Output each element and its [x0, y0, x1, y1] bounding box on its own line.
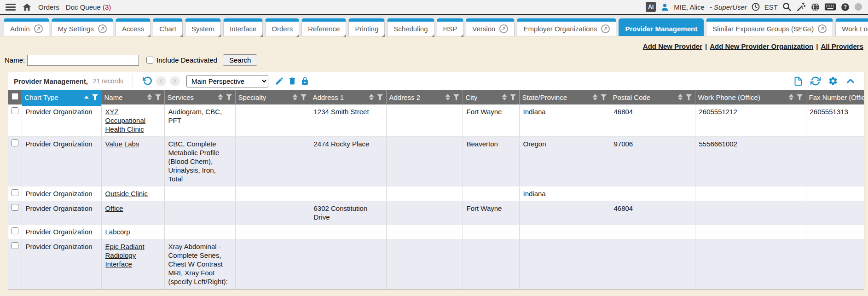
user-name[interactable]: MIE, Alice [674, 3, 705, 11]
refresh-icon[interactable] [810, 76, 821, 86]
ai-badge[interactable]: AI [646, 2, 656, 12]
column-header-city[interactable]: City [463, 90, 519, 104]
column-header-services[interactable]: Services [164, 90, 235, 104]
sort-icon[interactable] [678, 94, 683, 100]
orders-link[interactable]: Orders [38, 3, 59, 11]
tab-reference[interactable]: Reference [301, 18, 346, 36]
row-select-checkbox[interactable] [12, 204, 18, 211]
sort-icon[interactable] [147, 94, 152, 100]
provider-name-link[interactable]: Outside Clinic [105, 190, 148, 197]
column-header-fax-number-office[interactable]: Fax Number (Office) [806, 90, 864, 104]
magic-wand-icon[interactable] [796, 2, 806, 12]
cell-city [463, 186, 519, 201]
name-input[interactable] [27, 55, 139, 66]
row-select-checkbox[interactable] [12, 107, 18, 114]
provider-name-link[interactable]: Epic Radiant Radiology Interface [105, 243, 145, 268]
tab-my-settings[interactable]: My Settings [52, 18, 113, 36]
help-icon[interactable]: ? [840, 2, 850, 12]
sort-icon[interactable] [369, 94, 374, 100]
home-icon[interactable] [22, 2, 32, 12]
next-page-icon[interactable] [170, 76, 180, 86]
sort-icon[interactable] [293, 94, 297, 100]
cell-postal: 46804 [610, 104, 695, 137]
sort-icon[interactable] [593, 94, 597, 100]
include-deactivated-checkbox[interactable] [146, 57, 153, 64]
new-document-icon[interactable] [793, 76, 803, 86]
sort-icon[interactable] [446, 94, 450, 100]
filter-icon[interactable] [510, 94, 516, 100]
column-header-chart-type[interactable]: Chart Type [22, 90, 101, 104]
column-label: Postal Code [613, 93, 651, 101]
tab-hsp[interactable]: HSP [437, 18, 464, 36]
row-select-checkbox[interactable] [12, 227, 18, 234]
tab-scheduling[interactable]: Scheduling [387, 18, 434, 36]
tab-chart[interactable]: Chart [153, 18, 183, 36]
tab-interface[interactable]: Interface [223, 18, 263, 36]
sort-asc-icon[interactable] [84, 96, 89, 99]
tab-employer-organizations[interactable]: Employer Organizations [517, 18, 616, 36]
row-select-checkbox[interactable] [12, 189, 18, 196]
column-header-state-province[interactable]: State/Province [519, 90, 610, 104]
tab-label: Chart [159, 25, 176, 33]
tab-system[interactable]: System [185, 18, 221, 36]
provider-name-link[interactable]: Office [105, 204, 123, 212]
tab-access[interactable]: Access [116, 18, 150, 36]
column-header-specialty[interactable]: Specialty [235, 90, 310, 104]
tab-admin[interactable]: Admin [4, 18, 49, 36]
column-header-address-2[interactable]: Address 2 [386, 90, 463, 104]
sort-icon[interactable] [218, 94, 223, 100]
tab-label: HSP [443, 25, 457, 33]
lock-perspective-icon[interactable] [301, 77, 309, 86]
undo-icon[interactable] [142, 76, 152, 86]
sort-icon[interactable] [502, 94, 507, 100]
previous-page-icon[interactable] [156, 76, 166, 86]
filter-icon[interactable] [155, 94, 162, 100]
tab-work-locations[interactable]: Work Locations [835, 18, 868, 36]
filter-icon[interactable] [601, 94, 607, 100]
provider-name-link[interactable]: Value Labs [105, 140, 139, 148]
row-select-checkbox[interactable] [12, 139, 18, 146]
collapse-panel-icon[interactable] [845, 76, 856, 86]
column-header-postal-code[interactable]: Postal Code [610, 90, 695, 104]
column-header-address-1[interactable]: Address 1 [310, 90, 386, 104]
filter-icon[interactable] [301, 94, 307, 100]
row-select-checkbox[interactable] [12, 242, 18, 249]
select-all-checkbox[interactable] [12, 93, 18, 100]
edit-perspective-icon[interactable] [275, 76, 284, 86]
tab-orders[interactable]: Orders [265, 18, 299, 36]
provider-name-link[interactable]: XYZ Occupational Health Clinic [105, 108, 146, 133]
tab-version[interactable]: Version [466, 18, 515, 36]
filter-icon[interactable] [377, 94, 383, 100]
tab-provider-management[interactable]: Provider Management [619, 18, 704, 36]
filter-icon[interactable] [226, 94, 232, 100]
filter-icon[interactable] [797, 94, 803, 100]
menu-icon[interactable] [6, 4, 16, 11]
search-button[interactable]: Search [223, 54, 258, 66]
sort-icon[interactable] [789, 94, 793, 100]
clock-icon[interactable] [751, 2, 760, 12]
all-providers-link[interactable]: All Providers [821, 42, 863, 50]
tab-similar-exposure-groups-segs[interactable]: Similar Exposure Groups (SEGs) [706, 18, 833, 36]
cell-text: 1234 Smith Street [314, 108, 369, 116]
doc-queue-link[interactable]: Doc Queue (3) [66, 3, 111, 11]
filter-icon[interactable] [686, 94, 692, 100]
settings-gear-icon[interactable] [828, 76, 838, 86]
column-header-name[interactable]: Name [101, 90, 164, 104]
add-new-provider-organization-link[interactable]: Add New Provider Organization [710, 42, 813, 50]
cell-state [519, 239, 610, 289]
keyboard-icon[interactable] [824, 2, 836, 12]
filter-icon[interactable] [92, 94, 98, 100]
provider-name-link[interactable]: Labcorp [105, 228, 130, 236]
filter-icon[interactable] [453, 94, 460, 100]
search-icon[interactable] [782, 2, 792, 12]
tab-printing[interactable]: Printing [348, 18, 385, 36]
add-new-provider-link[interactable]: Add New Provider [643, 42, 702, 50]
tab-bar: AdminMy SettingsAccessChartSystemInterfa… [0, 15, 868, 36]
column-header-work-phone-office[interactable]: Work Phone (Office) [695, 90, 806, 104]
globe-icon[interactable] [810, 2, 820, 12]
delete-perspective-icon[interactable] [288, 76, 297, 86]
cell-address1: 1234 Smith Street [310, 104, 386, 137]
perspective-select[interactable]: Main Perspective [186, 75, 268, 87]
table-row: Provider OrganizationXYZ Occupational He… [8, 104, 864, 137]
cell-specialty [235, 104, 310, 137]
